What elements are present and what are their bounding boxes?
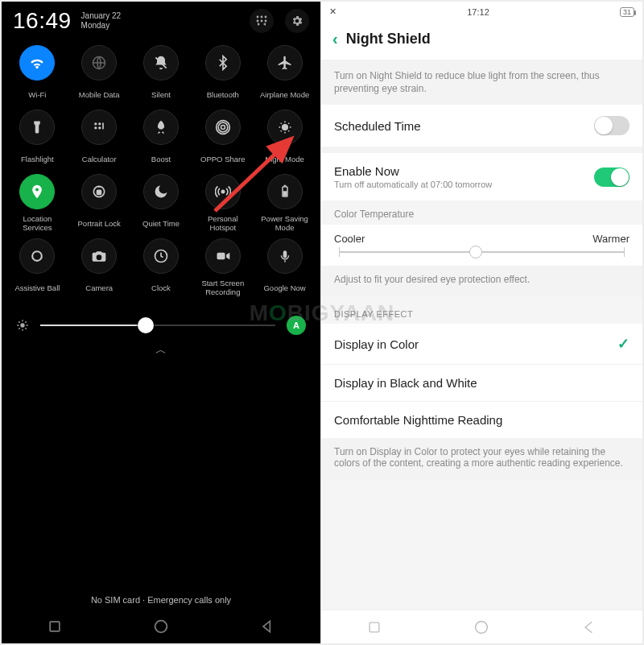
brightness-slider[interactable]	[40, 325, 275, 326]
nav-back-button[interactable]	[259, 618, 275, 635]
rotation-lock-icon[interactable]	[81, 174, 117, 209]
calculator-icon[interactable]	[81, 110, 117, 145]
tile-calculator[interactable]: Calculator	[70, 110, 129, 167]
tile-label: Airplane Mode	[260, 85, 309, 103]
flashlight-icon[interactable]	[19, 110, 55, 145]
option-label: Comfortable Nighttime Reading	[334, 413, 502, 427]
svg-rect-18	[97, 190, 101, 194]
svg-point-0	[257, 16, 259, 19]
tile-label: Assistive Ball	[14, 279, 60, 296]
svg-point-19	[221, 190, 224, 192]
tile-label: Location Services	[8, 214, 67, 232]
color-temp-card: Cooler Warmer	[321, 225, 642, 266]
hotspot-icon[interactable]	[205, 174, 241, 209]
nav-home-button[interactable]	[152, 618, 170, 635]
mic-icon[interactable]	[267, 238, 303, 274]
auto-brightness-toggle[interactable]: A	[287, 316, 306, 335]
tile-label: Night Mode	[265, 150, 304, 167]
tile-clock[interactable]: Clock	[132, 238, 191, 296]
tile-camera[interactable]: Camera	[70, 238, 129, 296]
svg-rect-28	[50, 622, 60, 631]
tile-mobile-data[interactable]: Mobile Data	[70, 45, 129, 103]
tile-label: Mobile Data	[79, 85, 120, 103]
tile-portrait-lock[interactable]: Portrait Lock	[70, 174, 129, 232]
battery-icon[interactable]	[267, 174, 303, 209]
svg-point-2	[265, 16, 267, 19]
video-icon[interactable]	[205, 238, 241, 274]
tile-power-save[interactable]: Power Saving Mode	[255, 174, 314, 232]
display-effect-header: DISPLAY EFFECT	[321, 296, 642, 324]
camera-icon[interactable]	[81, 238, 117, 274]
page-title: Night Shield	[346, 31, 431, 48]
circle-ring-icon[interactable]	[19, 238, 55, 274]
brightness-low-icon	[16, 319, 29, 332]
tiles-reorder-button[interactable]	[250, 9, 274, 33]
tile-airplane[interactable]: Airplane Mode	[255, 45, 314, 103]
svg-point-16	[282, 125, 287, 130]
tile-boost[interactable]: Boost	[132, 110, 191, 167]
scheduled-time-row[interactable]: Scheduled Time	[321, 105, 642, 147]
enable-now-sub: Turn off automatically at 07:00 tomorrow	[334, 180, 492, 189]
temp-warmer-label: Warmer	[592, 233, 630, 245]
svg-point-4	[261, 20, 263, 23]
tile-night-mode[interactable]: Night Mode	[255, 110, 314, 167]
enable-now-toggle[interactable]	[594, 167, 630, 187]
enable-now-label: Enable Now	[334, 164, 492, 178]
bluetooth-icon[interactable]	[205, 45, 241, 81]
tile-assistive-ball[interactable]: Assistive Ball	[8, 238, 67, 296]
tile-label: Portrait Lock	[78, 214, 121, 232]
nav-recent-button[interactable]	[366, 619, 382, 635]
tile-google-now[interactable]: Google Now	[255, 238, 314, 296]
enable-now-row[interactable]: Enable Now Turn off automatically at 07:…	[321, 153, 642, 201]
tile-location[interactable]: Location Services	[8, 174, 67, 232]
svg-point-14	[218, 122, 228, 132]
tile-label: Flashlight	[21, 150, 54, 167]
scheduled-time-toggle[interactable]	[594, 116, 630, 135]
svg-point-22	[33, 251, 43, 261]
date: January 22 Monday	[81, 11, 121, 31]
display-effect-option[interactable]: Display in Color✓	[321, 324, 642, 364]
tile-silent[interactable]: Silent	[132, 45, 191, 103]
svg-point-29	[155, 621, 167, 633]
tile-quiet-time[interactable]: Quiet Time	[132, 174, 191, 232]
rocket-icon[interactable]	[143, 110, 179, 145]
settings-button[interactable]	[285, 9, 309, 33]
svg-rect-25	[283, 250, 287, 258]
svg-rect-24	[217, 253, 225, 259]
nav-recent-button[interactable]	[47, 618, 63, 635]
tile-screen-rec[interactable]: Start Screen Recording	[193, 238, 252, 296]
back-button[interactable]: ‹	[332, 30, 338, 48]
share-icon[interactable]	[205, 110, 241, 145]
tile-label: Quiet Time	[142, 214, 180, 232]
color-temp-slider[interactable]	[339, 251, 625, 253]
tile-label: Power Saving Mode	[255, 214, 314, 232]
display-effect-option[interactable]: Comfortable Nighttime Reading	[321, 401, 642, 438]
wifi-icon[interactable]	[19, 45, 55, 81]
tile-hotspot[interactable]: Personal Hotspot	[193, 174, 252, 232]
intro-text: Turn on Night Shield to reduce blue ligh…	[321, 60, 642, 105]
moon-icon[interactable]	[143, 174, 179, 209]
svg-point-11	[98, 126, 101, 129]
display-effect-option[interactable]: Display in Black and White	[321, 364, 642, 401]
tile-label: Camera	[85, 279, 113, 296]
night-shield-screen: ✕ 17:12 31 ‹ Night Shield Turn on Night …	[320, 2, 642, 643]
status-time: 17:12	[467, 7, 489, 17]
tile-bluetooth[interactable]: Bluetooth	[193, 45, 252, 103]
color-temp-header: Color Temperature	[321, 201, 642, 225]
eye-shield-icon[interactable]	[267, 110, 303, 145]
tile-label: OPPO Share	[200, 150, 245, 167]
collapse-handle[interactable]: ︿	[2, 343, 320, 358]
tile-oppo-share[interactable]: OPPO Share	[193, 110, 252, 167]
airplane-icon[interactable]	[267, 45, 303, 81]
quick-settings-grid: Wi-FiMobile DataSilentBluetoothAirplane …	[2, 34, 320, 303]
tile-wifi[interactable]: Wi-Fi	[8, 45, 67, 103]
nav-home-button[interactable]	[473, 618, 490, 636]
location-pin-icon[interactable]	[19, 174, 55, 209]
app-bar: ‹ Night Shield	[321, 22, 642, 60]
bell-off-icon[interactable]	[143, 45, 179, 81]
tile-flashlight[interactable]: Flashlight	[8, 110, 67, 167]
nav-back-button[interactable]	[581, 619, 597, 635]
svg-point-8	[94, 122, 97, 125]
clock-icon[interactable]	[143, 238, 179, 274]
globe-icon[interactable]	[81, 45, 117, 81]
